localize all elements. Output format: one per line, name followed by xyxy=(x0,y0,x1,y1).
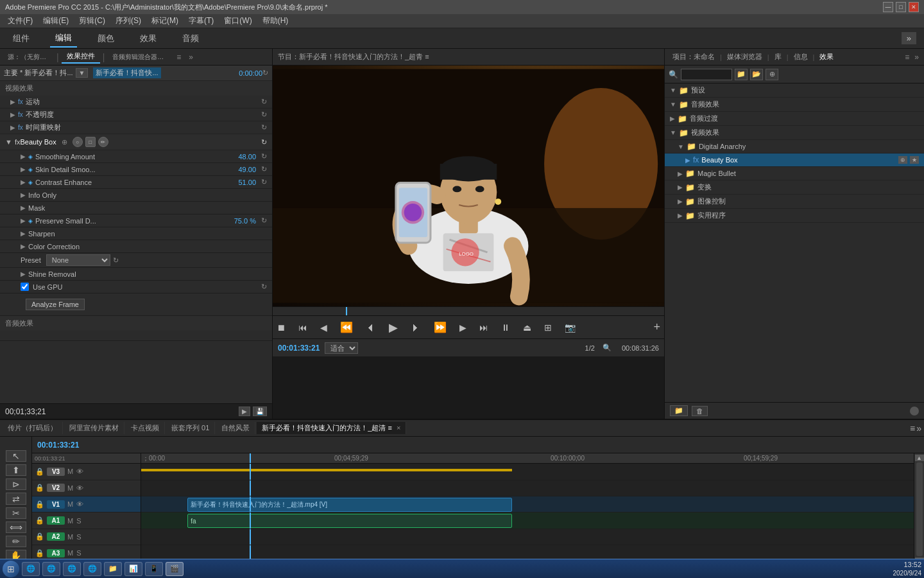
fx-motion-arrow[interactable]: ▶ xyxy=(10,98,15,105)
ef-presets-folder[interactable]: ▼ 📁 预设 xyxy=(665,83,924,98)
beauty-icon-pen[interactable]: ✏ xyxy=(98,137,108,147)
tl-tab-2[interactable]: 卡点视频 xyxy=(126,422,165,434)
tool-pen[interactable]: ✏ xyxy=(6,536,26,547)
prev-edit-button[interactable]: ⏮ xyxy=(295,321,311,334)
toolbar-color[interactable]: 颜色 xyxy=(92,30,119,47)
effects-panel-menu[interactable]: ≡ xyxy=(902,52,912,62)
mask-arrow[interactable]: ▶ xyxy=(21,204,26,211)
beauty-box-expand[interactable]: ▼ xyxy=(5,138,12,146)
new-bin-button[interactable]: 📁 xyxy=(735,69,748,80)
beauty-box-add-icon[interactable]: ⊕ xyxy=(62,138,67,146)
extract-button[interactable]: ⊞ xyxy=(540,321,556,334)
new-preset-button[interactable]: ⊕ xyxy=(766,69,778,80)
menu-marker[interactable]: 标记(M) xyxy=(146,14,184,28)
tab-library[interactable]: 库 xyxy=(769,51,787,63)
tl-tab-3[interactable]: 嵌套序列 01 xyxy=(166,422,215,434)
fx-motion-reset[interactable]: ↻ xyxy=(261,98,267,106)
ef-utility-folder[interactable]: ▶ 📁 实用程序 xyxy=(665,209,924,223)
v2-lock[interactable]: 🔒 xyxy=(35,483,45,493)
ef-digital-anarchy-folder[interactable]: ▼ 📁 Digital Anarchy xyxy=(665,140,924,153)
ef-audio-transitions-folder[interactable]: ▶ 📁 音频过渡 xyxy=(665,112,924,126)
mark-out-button[interactable]: ⏸ xyxy=(497,321,514,334)
bb-icon-btn-2[interactable]: ★ xyxy=(910,156,919,164)
tool-rate-stretch[interactable]: ⇄ xyxy=(6,493,26,504)
tab-effects[interactable]: 效果 xyxy=(814,51,839,63)
panel-expand-button[interactable]: » xyxy=(186,52,196,62)
v3-lock[interactable]: 🔒 xyxy=(35,467,45,477)
ef-video-effects-folder[interactable]: ▼ 📁 视频效果 xyxy=(665,126,924,140)
contrast-reset[interactable]: ↻ xyxy=(261,178,267,186)
a3-solo[interactable]: S xyxy=(76,548,81,557)
menu-edit[interactable]: 编辑(E) xyxy=(38,14,74,28)
info-only-arrow[interactable]: ▶ xyxy=(21,191,26,198)
export-frame-button[interactable]: 📷 xyxy=(561,321,579,334)
ef-image-ctrl-folder[interactable]: ▶ 📁 图像控制 xyxy=(665,195,924,209)
a2-mute[interactable]: M xyxy=(67,532,74,541)
beauty-box-reset[interactable]: ↻ xyxy=(261,138,267,146)
ef-magic-bullet-folder[interactable]: ▶ 📁 Magic Bullet xyxy=(665,167,924,180)
ef-audio-effects-folder[interactable]: ▼ 📁 音频效果 xyxy=(665,98,924,112)
export-button[interactable]: ▶ xyxy=(239,407,250,416)
maximize-button[interactable]: □ xyxy=(896,2,906,12)
fx-opacity-reset[interactable]: ↻ xyxy=(261,110,267,119)
rewind-button[interactable]: ⏪ xyxy=(336,320,357,335)
taskbar-explorer[interactable]: 📁 xyxy=(104,562,122,576)
skin-detail-value[interactable]: 49.00 xyxy=(238,166,256,173)
fx-timeremap-reset[interactable]: ↻ xyxy=(261,123,267,132)
step-fwd-button[interactable]: ▶ xyxy=(456,321,470,334)
preset-reset[interactable]: ↻ xyxy=(113,256,119,265)
toolbar-edit[interactable]: 编辑 xyxy=(50,30,77,48)
a1-solo[interactable]: S xyxy=(76,516,81,525)
taskbar-browser3[interactable]: 🌐 xyxy=(63,562,81,576)
tl-tab-4[interactable]: 自然风景 xyxy=(216,422,255,434)
tab-source[interactable]: 源：（无剪辑） xyxy=(3,51,54,63)
smoothing-reset[interactable]: ↻ xyxy=(261,152,267,161)
preserve-arrow[interactable]: ▶ xyxy=(21,217,26,224)
a3-lock[interactable]: 🔒 xyxy=(35,548,45,558)
toolbar-more-button[interactable]: » xyxy=(902,32,916,44)
mark-in-button[interactable]: ⏹ xyxy=(273,321,289,334)
clip-scroll-btn[interactable]: ↻ xyxy=(262,69,268,77)
skin-detail-arrow[interactable]: ▶ xyxy=(21,166,26,173)
delete-btn[interactable]: 🗑 xyxy=(692,406,708,416)
menu-file[interactable]: 文件(F) xyxy=(3,14,38,28)
tool-razor[interactable]: ✂ xyxy=(6,507,26,519)
shine-arrow[interactable]: ▶ xyxy=(21,270,26,277)
toolbar-audio[interactable]: 音频 xyxy=(177,30,204,47)
panel-menu-button[interactable]: ≡ xyxy=(174,52,184,62)
add-marker-button[interactable]: + xyxy=(649,319,664,335)
a1-lock[interactable]: 🔒 xyxy=(35,516,45,525)
toolbar-effects[interactable]: 效果 xyxy=(135,30,162,47)
analyze-frame-button[interactable]: Analyze Frame xyxy=(26,299,85,310)
play-button[interactable]: ▶ xyxy=(385,319,402,336)
smoothing-value[interactable]: 48.00 xyxy=(238,153,256,161)
save-button[interactable]: 💾 xyxy=(253,407,267,416)
v2-eye[interactable]: 👁 xyxy=(76,484,84,493)
tab-info[interactable]: 信息 xyxy=(789,51,813,63)
preview-timecode[interactable]: 00:01:33:21 xyxy=(278,344,320,353)
effects-search-input[interactable] xyxy=(681,69,732,80)
tab-effects-controls[interactable]: 效果控件 xyxy=(62,50,100,64)
tl-tab-5[interactable]: 新手必看！抖音快速入门的方法！_超清 ≡ × xyxy=(257,422,406,434)
lift-button[interactable]: ⏏ xyxy=(519,321,535,334)
new-bin-btn[interactable]: 📁 xyxy=(670,405,688,416)
v2-toggle[interactable]: M xyxy=(67,484,74,493)
menu-clip[interactable]: 剪辑(C) xyxy=(74,14,110,28)
next-edit-button[interactable]: ⏭ xyxy=(475,321,492,334)
preview-fit-select[interactable]: 适合 xyxy=(325,342,358,354)
menu-window[interactable]: 窗口(W) xyxy=(219,14,257,28)
next-frame-button[interactable]: ⏵ xyxy=(407,320,425,335)
taskbar-browser2[interactable]: 🌐 xyxy=(42,562,60,576)
contrast-arrow[interactable]: ▶ xyxy=(21,179,26,186)
tool-track-select[interactable]: ⬆ xyxy=(6,464,26,476)
clip-dropdown[interactable]: ▼ xyxy=(76,68,89,78)
fx-opacity-arrow[interactable]: ▶ xyxy=(10,111,15,118)
scroll-up-btn[interactable]: ▲ xyxy=(915,455,924,461)
a2-solo[interactable]: S xyxy=(76,532,81,541)
v1-lock[interactable]: 🔒 xyxy=(35,500,45,509)
v1-clip[interactable]: 新手必看！抖音快速入门的方法！_超清.mp4 [V] xyxy=(187,498,512,512)
new-custom-bin-button[interactable]: 📂 xyxy=(750,69,763,80)
step-back-button[interactable]: ◀ xyxy=(316,321,331,334)
effects-panel-expand[interactable]: » xyxy=(912,52,921,62)
use-gpu-checkbox[interactable] xyxy=(21,283,29,291)
